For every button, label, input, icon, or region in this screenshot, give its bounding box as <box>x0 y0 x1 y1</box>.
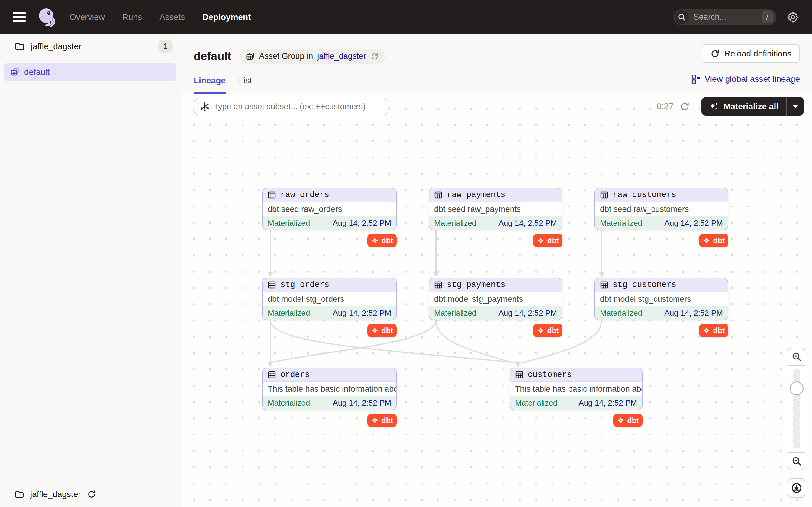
dbt-badge[interactable]: dbt <box>367 234 397 247</box>
asset-node-raw-customers[interactable]: raw_customers dbt seed raw_customers Mat… <box>595 188 728 230</box>
asset-node-raw-payments[interactable]: raw_payments dbt seed raw_payments Mater… <box>429 188 562 230</box>
status-badge: Materialized <box>600 219 642 228</box>
dbt-badge-label: dbt <box>627 416 639 425</box>
dbt-badge-label: dbt <box>547 236 559 245</box>
status-badge: Materialized <box>268 308 310 318</box>
download-icon <box>791 482 802 494</box>
dbt-badge[interactable]: dbt <box>367 324 397 337</box>
zoom-slider-handle[interactable] <box>790 382 804 395</box>
asset-node-raw-orders[interactable]: raw_orders dbt seed raw_orders Materiali… <box>262 188 397 230</box>
asset-group-repo-link[interactable]: jaffle_dagster <box>317 52 366 61</box>
asset-group-pill: Asset Group in jaffle_dagster <box>239 49 386 64</box>
tab-lineage[interactable]: Lineage <box>194 76 226 94</box>
asset-node-stg-payments[interactable]: stg_payments dbt model stg_payments Mate… <box>429 278 562 320</box>
asset-description: This table has basic information about .… <box>510 382 642 396</box>
refresh-icon[interactable] <box>87 490 96 499</box>
lineage-canvas[interactable]: 0:27 Materialize all <box>181 95 812 507</box>
zoom-in-button[interactable] <box>789 348 805 365</box>
table-icon <box>268 191 276 199</box>
materialization-timestamp[interactable]: Aug 14, 2:52 PM <box>333 308 391 318</box>
refresh-icon[interactable] <box>680 101 690 112</box>
search-box[interactable]: / <box>674 9 776 25</box>
asset-name: customers <box>528 370 572 379</box>
nav-item-deployment[interactable]: Deployment <box>202 12 251 22</box>
materialization-timestamp[interactable]: Aug 14, 2:52 PM <box>498 308 557 318</box>
asset-description: dbt seed raw_customers <box>595 202 728 216</box>
asset-subset-input[interactable] <box>214 102 383 111</box>
sidebar-item-label: default <box>24 67 50 77</box>
table-icon <box>434 281 443 289</box>
folder-icon <box>14 490 24 499</box>
asset-name: stg_orders <box>280 280 329 289</box>
materialization-timestamp[interactable]: Aug 14, 2:52 PM <box>498 219 557 228</box>
group-count-badge: 1 <box>158 40 173 53</box>
search-shortcut-key: / <box>762 11 773 23</box>
asset-group-icon <box>246 52 255 61</box>
nav-item-assets[interactable]: Assets <box>159 12 185 22</box>
nav-item-overview[interactable]: Overview <box>69 12 105 22</box>
sidebar: jaffle_dagster 1 default jaffle_dagster <box>0 34 181 507</box>
dbt-badge[interactable]: dbt <box>699 234 728 247</box>
dbt-badge[interactable]: dbt <box>533 324 562 337</box>
asset-subset-filter[interactable] <box>194 98 389 115</box>
zoom-controls <box>788 348 805 498</box>
refresh-icon[interactable] <box>370 52 379 61</box>
dbt-logo-icon <box>703 327 711 334</box>
dbt-badge[interactable]: dbt <box>699 324 728 337</box>
tab-list[interactable]: List <box>239 76 252 94</box>
menu-icon[interactable] <box>13 12 26 22</box>
table-icon <box>600 281 608 289</box>
asset-description: dbt model stg_customers <box>595 292 728 306</box>
materialization-timestamp[interactable]: Aug 14, 2:52 PM <box>333 398 391 408</box>
dbt-badge-label: dbt <box>382 236 393 245</box>
materialization-timestamp[interactable]: Aug 14, 2:52 PM <box>664 308 723 318</box>
dbt-badge[interactable]: dbt <box>533 234 562 247</box>
dbt-logo-icon <box>371 237 379 244</box>
chevron-down-icon <box>792 105 798 108</box>
main-panel: default Asset Group in jaffle_dagster Re… <box>181 34 812 507</box>
materialize-all-button[interactable]: Materialize all <box>701 97 804 116</box>
dbt-badge-label: dbt <box>382 416 393 425</box>
asset-description: dbt model stg_orders <box>263 292 396 306</box>
sidebar-group-jaffle-dagster[interactable]: jaffle_dagster 1 <box>0 34 181 59</box>
reload-definitions-button[interactable]: Reload definitions <box>702 44 800 63</box>
asset-node-orders[interactable]: orders This table has basic information … <box>262 368 397 410</box>
asset-node-customers[interactable]: customers This table has basic informati… <box>510 368 643 410</box>
nav-item-runs[interactable]: Runs <box>122 12 142 22</box>
page-title: default <box>194 50 232 63</box>
zoom-slider[interactable] <box>789 365 805 453</box>
download-image-button[interactable] <box>788 478 805 498</box>
asset-node-stg-orders[interactable]: stg_orders dbt model stg_orders Material… <box>262 278 397 320</box>
search-input[interactable] <box>694 12 745 22</box>
asset-name: stg_customers <box>613 280 676 289</box>
status-badge: Materialized <box>434 219 476 228</box>
reload-icon <box>710 49 720 59</box>
dbt-badge[interactable]: dbt <box>613 414 643 427</box>
asset-name: stg_payments <box>447 280 505 289</box>
sidebar-item-default[interactable]: default <box>4 63 176 81</box>
materialization-timestamp[interactable]: Aug 14, 2:52 PM <box>578 398 637 408</box>
view-global-asset-lineage-label: View global asset lineage <box>705 74 800 84</box>
dbt-logo-icon <box>703 237 711 244</box>
dbt-badge[interactable]: dbt <box>367 414 397 427</box>
search-icon <box>675 10 689 24</box>
asset-node-stg-customers[interactable]: stg_customers dbt model stg_customers Ma… <box>595 278 728 320</box>
top-nav: Overview Runs Assets Deployment / <box>0 0 812 34</box>
materialization-timestamp[interactable]: Aug 14, 2:52 PM <box>664 219 723 228</box>
folder-icon <box>14 41 25 52</box>
asset-name: raw_payments <box>447 190 505 200</box>
materialize-options-dropdown[interactable] <box>787 97 804 116</box>
dbt-badge-label: dbt <box>713 236 725 245</box>
materialization-timestamp[interactable]: Aug 14, 2:52 PM <box>333 219 391 228</box>
sparkle-icon <box>709 102 719 111</box>
zoom-out-button[interactable] <box>789 453 805 469</box>
view-global-asset-lineage-link[interactable]: View global asset lineage <box>692 74 800 84</box>
status-badge: Materialized <box>268 398 310 408</box>
dagster-logo-icon[interactable] <box>38 7 57 27</box>
table-icon <box>268 371 276 379</box>
dbt-logo-icon <box>617 416 625 424</box>
gear-icon[interactable] <box>786 11 799 23</box>
asset-group-text: Asset Group in <box>259 52 313 61</box>
asset-name: raw_orders <box>280 190 329 200</box>
zoom-in-icon <box>792 351 802 362</box>
